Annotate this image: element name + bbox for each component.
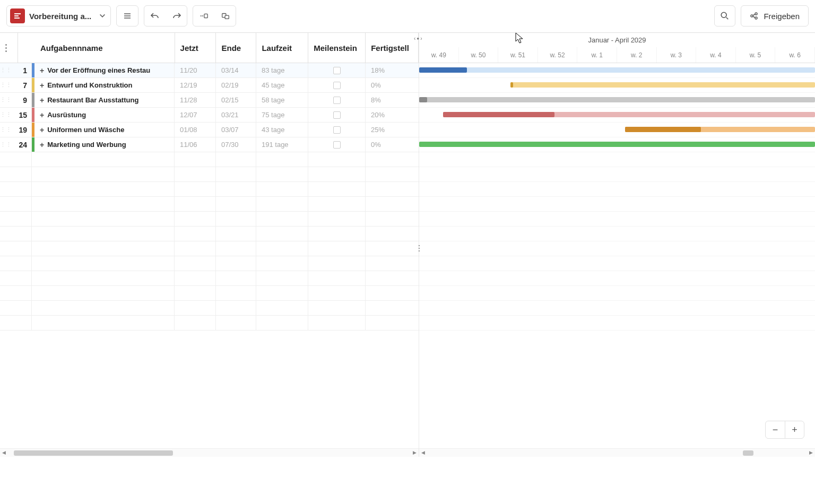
gantt-empty-row[interactable]	[419, 286, 815, 301]
search-button[interactable]	[714, 5, 735, 27]
undo-button[interactable]	[144, 6, 166, 26]
indent-button[interactable]	[193, 6, 214, 26]
cell-completion[interactable]: 18%	[366, 63, 419, 77]
cell-end[interactable]: 03/14	[216, 63, 256, 77]
timeline-week-label[interactable]: w. 50	[459, 47, 499, 63]
table-row[interactable]: ⋮⋮ 1 +Vor der Eröffnung eines Restau 11/…	[0, 63, 419, 78]
grid-horizontal-scrollbar[interactable]: ◀ ▶	[0, 448, 419, 457]
redo-button[interactable]	[166, 6, 187, 26]
expand-icon[interactable]: +	[40, 66, 44, 75]
scrollbar-thumb[interactable]	[14, 450, 173, 456]
range-prev-icon[interactable]: ‹	[414, 36, 415, 41]
milestone-checkbox[interactable]	[333, 82, 341, 89]
cell-end[interactable]: 03/21	[216, 108, 256, 122]
timeline-week-label[interactable]: w. 51	[498, 47, 538, 63]
table-row[interactable]: ⋮⋮ 9 +Restaurant Bar Ausstattung 11/28 0…	[0, 93, 419, 108]
gantt-bar[interactable]	[443, 112, 815, 117]
gantt-row[interactable]	[419, 93, 815, 108]
timeline-week-label[interactable]: w. 6	[775, 47, 815, 63]
gantt-row[interactable]	[419, 108, 815, 123]
empty-row[interactable]	[0, 256, 419, 271]
cell-completion[interactable]: 20%	[366, 108, 419, 122]
outdent-button[interactable]	[214, 6, 236, 26]
row-drag-handle-icon[interactable]: ⋮⋮	[0, 78, 12, 92]
gantt-empty-row[interactable]	[419, 212, 815, 227]
cell-milestone[interactable]	[308, 93, 366, 107]
cell-milestone[interactable]	[308, 108, 366, 122]
cell-start[interactable]: 11/06	[175, 137, 216, 152]
cell-duration[interactable]: 191 tage	[256, 137, 308, 152]
cell-start[interactable]: 11/28	[175, 93, 216, 107]
milestone-checkbox[interactable]	[333, 97, 341, 104]
project-selector[interactable]: Vorbereitung a...	[6, 5, 111, 27]
timeline-week-label[interactable]: w. 3	[657, 47, 697, 63]
gantt-empty-row[interactable]	[419, 301, 815, 316]
gantt-bar[interactable]	[625, 127, 815, 132]
cell-completion[interactable]: 0%	[366, 78, 419, 92]
cell-taskname[interactable]: +Ausrüstung	[34, 108, 175, 122]
table-row[interactable]: ⋮⋮ 7 +Entwurf und Konstruktion 12/19 02/…	[0, 78, 419, 93]
expand-icon[interactable]: +	[40, 111, 44, 119]
milestone-checkbox[interactable]	[333, 111, 341, 119]
cell-taskname[interactable]: +Vor der Eröffnung eines Restau	[34, 63, 175, 77]
col-header-now[interactable]: Jetzt	[175, 33, 216, 63]
gantt-empty-row[interactable]	[419, 241, 815, 256]
col-header-completion[interactable]: Fertigstell	[366, 33, 419, 63]
gantt-empty-row[interactable]	[419, 197, 815, 212]
cell-completion[interactable]: 0%	[366, 137, 419, 152]
timeline-week-label[interactable]: w. 2	[617, 47, 657, 63]
zoom-in-button[interactable]: +	[785, 421, 804, 438]
cell-milestone[interactable]	[308, 63, 366, 77]
scroll-left-icon[interactable]: ◀	[2, 450, 6, 455]
timeline-week-label[interactable]: w. 52	[538, 47, 578, 63]
cell-milestone[interactable]	[308, 137, 366, 152]
col-header-milestone[interactable]: Meilenstein	[308, 33, 366, 63]
project-dropdown-button[interactable]	[94, 6, 110, 26]
cell-completion[interactable]: 8%	[366, 93, 419, 107]
gantt-empty-row[interactable]	[419, 271, 815, 286]
scroll-right-icon[interactable]: ▶	[413, 450, 417, 455]
cell-start[interactable]: 12/19	[175, 78, 216, 92]
cell-milestone[interactable]	[308, 123, 366, 137]
gantt-empty-row[interactable]	[419, 256, 815, 271]
zoom-out-button[interactable]: −	[766, 421, 785, 438]
milestone-checkbox[interactable]	[333, 141, 341, 149]
row-drag-handle-icon[interactable]: ⋮⋮	[0, 123, 12, 137]
gantt-horizontal-scrollbar[interactable]: ◀ ▶	[419, 448, 815, 457]
empty-row[interactable]	[0, 271, 419, 286]
col-header-end[interactable]: Ende	[216, 33, 256, 63]
gantt-row[interactable]	[419, 78, 815, 93]
timeline-week-label[interactable]: w. 49	[419, 47, 459, 63]
gantt-bar[interactable]	[510, 82, 815, 88]
empty-row[interactable]	[0, 286, 419, 301]
row-drag-handle-icon[interactable]: ⋮⋮	[0, 108, 12, 122]
empty-row[interactable]	[0, 167, 419, 182]
gantt-scroll-right-icon[interactable]: ▶	[809, 450, 813, 455]
cell-start[interactable]: 12/07	[175, 108, 216, 122]
expand-icon[interactable]: +	[40, 96, 44, 105]
timeline-week-label[interactable]: w. 4	[696, 47, 736, 63]
pane-splitter[interactable]: •••	[418, 245, 421, 260]
row-drag-handle-icon[interactable]: ⋮⋮	[0, 63, 12, 77]
gantt-empty-row[interactable]	[419, 152, 815, 167]
timeline-week-label[interactable]: w. 1	[577, 47, 617, 63]
table-row[interactable]: ⋮⋮ 19 +Uniformen und Wäsche 01/08 03/07 …	[0, 123, 419, 137]
empty-row[interactable]	[0, 227, 419, 241]
gantt-scroll-left-icon[interactable]: ◀	[421, 450, 425, 455]
empty-row[interactable]	[0, 197, 419, 212]
gantt-row[interactable]	[419, 123, 815, 137]
cell-start[interactable]: 11/20	[175, 63, 216, 77]
milestone-checkbox[interactable]	[333, 67, 341, 74]
gantt-empty-row[interactable]	[419, 182, 815, 197]
share-button[interactable]: Freigeben	[741, 5, 809, 27]
cell-duration[interactable]: 58 tage	[256, 93, 308, 107]
grid-menu-button[interactable]	[0, 33, 18, 63]
expand-icon[interactable]: +	[40, 126, 44, 134]
row-drag-handle-icon[interactable]: ⋮⋮	[0, 137, 12, 152]
table-row[interactable]: ⋮⋮ 15 +Ausrüstung 12/07 03/21 75 tage 20…	[0, 108, 419, 123]
empty-row[interactable]	[0, 301, 419, 316]
cell-end[interactable]: 02/15	[216, 93, 256, 107]
empty-grid-area[interactable]	[0, 152, 419, 331]
cell-end[interactable]: 03/07	[216, 123, 256, 137]
cell-duration[interactable]: 43 tage	[256, 123, 308, 137]
